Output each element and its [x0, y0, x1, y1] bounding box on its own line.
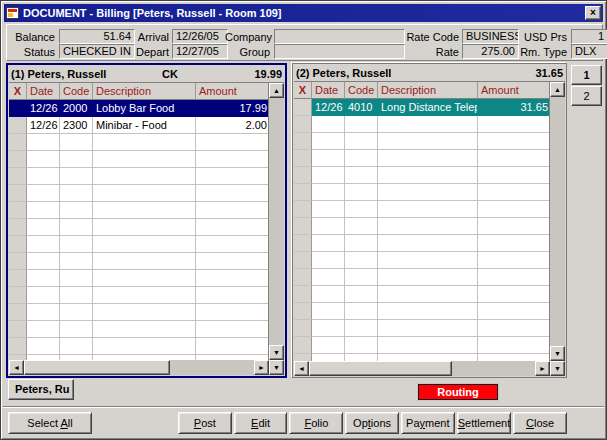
scroll-right-icon[interactable]: ►: [535, 361, 550, 376]
scroll-up-icon[interactable]: ▲: [550, 82, 565, 97]
scroll-up-icon[interactable]: ▲: [269, 83, 284, 98]
table-cell: [294, 235, 312, 252]
table-row[interactable]: 12/262000Lobby Bar Food17.99: [9, 100, 268, 117]
folio-tab-1[interactable]: 1: [571, 65, 602, 85]
table-cell: [27, 253, 60, 270]
arrival-field[interactable]: 12/26/05: [172, 29, 228, 44]
table-cell[interactable]: [9, 100, 27, 117]
table-cell[interactable]: 2.00: [196, 117, 269, 134]
table-cell[interactable]: 17.99: [196, 100, 269, 117]
table-cell: [378, 252, 478, 269]
table-cell: [312, 150, 345, 167]
payment-button[interactable]: Payment: [401, 412, 455, 434]
folio-tab-2[interactable]: 2: [571, 86, 602, 106]
table-cell: [9, 202, 27, 219]
table-cell[interactable]: 12/26: [27, 117, 60, 134]
table-cell: [345, 150, 378, 167]
table-row: [9, 338, 268, 355]
select-all-button[interactable]: Select All: [8, 412, 92, 434]
table-cell: [478, 269, 550, 286]
balance-field[interactable]: 51.64: [59, 29, 135, 44]
table-cell: [312, 167, 345, 184]
column-header[interactable]: X: [9, 83, 27, 100]
horizontal-scrollbar[interactable]: ◄ ►: [9, 360, 269, 375]
guest-window-tab[interactable]: Peters, Ru: [8, 379, 74, 400]
prs-field[interactable]: 1: [571, 29, 607, 44]
scrollbar-thumb[interactable]: [309, 361, 452, 376]
folio-button[interactable]: Folio: [289, 412, 343, 434]
depart-field[interactable]: 12/27/05: [172, 44, 228, 59]
table-cell[interactable]: 2300: [60, 117, 93, 134]
column-header[interactable]: Description: [378, 82, 478, 99]
table-cell: [378, 201, 478, 218]
table-cell[interactable]: Long Distance Telephone: [378, 99, 478, 116]
table-cell[interactable]: 12/26: [27, 100, 60, 117]
column-header[interactable]: Code: [60, 83, 93, 100]
table-cell[interactable]: [9, 117, 27, 134]
column-header[interactable]: Amount: [196, 83, 269, 100]
column-header[interactable]: Date: [27, 83, 60, 100]
window-icon: [6, 7, 19, 19]
table-row[interactable]: 12/264010Long Distance Telephone31.65: [294, 99, 549, 116]
table-cell[interactable]: 12/26: [312, 99, 345, 116]
vertical-scrollbar[interactable]: ▲ ▼: [550, 82, 565, 361]
table-cell: [478, 167, 550, 184]
table-cell: [478, 184, 550, 201]
edit-button[interactable]: Edit: [234, 412, 288, 434]
table-cell[interactable]: Minibar - Food: [93, 117, 196, 134]
close-button[interactable]: Close: [513, 412, 567, 434]
routing-badge[interactable]: Routing: [418, 384, 498, 400]
table-cell: [294, 133, 312, 150]
scroll-left-icon[interactable]: ◄: [294, 361, 309, 376]
table-cell: [196, 321, 269, 338]
table-cell: [345, 252, 378, 269]
table-cell: [60, 287, 93, 304]
vertical-scrollbar[interactable]: ▲ ▼: [269, 83, 284, 360]
table-cell: [60, 151, 93, 168]
table-row: [294, 184, 549, 201]
horizontal-scrollbar[interactable]: ◄ ►: [294, 361, 550, 376]
table-cell[interactable]: 31.65: [478, 99, 550, 116]
table-cell: [60, 168, 93, 185]
post-button[interactable]: Post: [178, 412, 232, 434]
scroll-corner-icon[interactable]: ▼: [550, 361, 565, 376]
options-button[interactable]: Options: [345, 412, 399, 434]
scroll-down-icon[interactable]: ▼: [269, 345, 284, 360]
table-row[interactable]: 12/262300Minibar - Food2.00: [9, 117, 268, 134]
folio-pane-2-header: (2) Peters, Russell 31.65: [293, 64, 566, 80]
column-header[interactable]: Code: [345, 82, 378, 99]
table-cell: [9, 185, 27, 202]
status-field[interactable]: CHECKED IN: [59, 44, 135, 59]
table-cell[interactable]: 2000: [60, 100, 93, 117]
scrollbar-thumb[interactable]: [24, 360, 170, 375]
rate-field[interactable]: 275.00: [462, 44, 519, 59]
table-cell: [93, 253, 196, 270]
rate-code-field[interactable]: BUSINESS: [462, 29, 519, 44]
table-cell: [27, 168, 60, 185]
table-cell: [345, 320, 378, 337]
column-header[interactable]: X: [294, 82, 312, 99]
scroll-left-icon[interactable]: ◄: [9, 360, 24, 375]
table-cell[interactable]: [294, 99, 312, 116]
column-header[interactable]: Amount: [478, 82, 550, 99]
settlement-button[interactable]: Settlement: [457, 412, 512, 434]
table-cell: [294, 320, 312, 337]
table-cell: [312, 337, 345, 354]
scroll-right-icon[interactable]: ►: [254, 360, 269, 375]
table-cell: [60, 270, 93, 287]
room-type-field[interactable]: DLX: [571, 44, 607, 59]
table-cell[interactable]: Lobby Bar Food: [93, 100, 196, 117]
table-cell: [27, 236, 60, 253]
table-cell: [27, 219, 60, 236]
column-header[interactable]: Description: [93, 83, 196, 100]
scroll-down-icon[interactable]: ▼: [550, 346, 565, 361]
scroll-corner-icon[interactable]: ▼: [269, 360, 284, 375]
column-header[interactable]: Date: [312, 82, 345, 99]
table-cell: [312, 303, 345, 320]
close-icon[interactable]: ×: [585, 6, 601, 20]
table-cell: [60, 236, 93, 253]
company-field[interactable]: [274, 29, 405, 44]
table-cell[interactable]: 4010: [345, 99, 378, 116]
table-cell: [312, 320, 345, 337]
group-field[interactable]: [274, 44, 405, 59]
